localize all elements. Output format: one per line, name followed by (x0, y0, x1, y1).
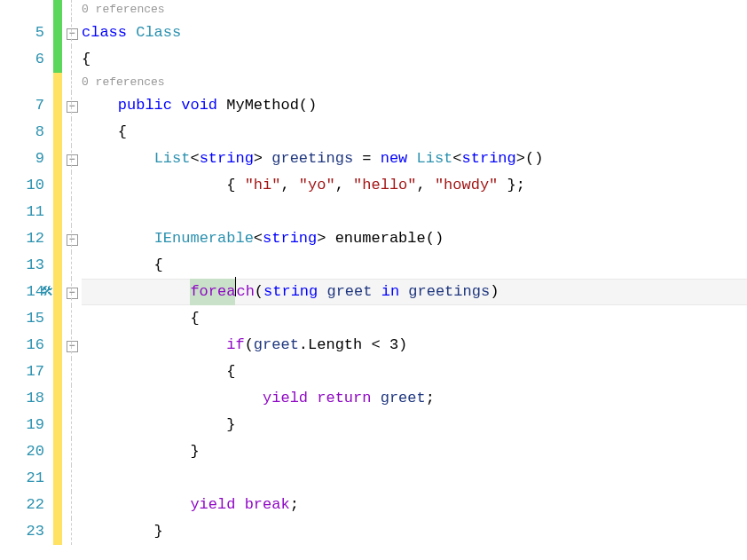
code-token: , (335, 172, 353, 199)
fold-gutter[interactable]: −−−−−− (62, 0, 82, 560)
line-number: 20 (0, 438, 44, 465)
line-number: 23 (0, 518, 44, 545)
code-token: ch (236, 279, 254, 305)
fold-toggle[interactable]: − (67, 28, 78, 40)
codelens-references[interactable]: 0 references (82, 0, 747, 20)
code-line[interactable]: yield return greet; (82, 385, 747, 412)
change-marker (53, 146, 62, 172)
code-token: string (200, 146, 254, 172)
code-line[interactable]: { (82, 46, 747, 73)
line-number: 9 (0, 146, 44, 172)
code-token: .Length < 3) (299, 332, 407, 359)
change-marker (53, 465, 62, 492)
code-token: >() (516, 146, 544, 172)
code-token (82, 225, 154, 252)
line-number: 14🛠 (0, 279, 44, 305)
code-token: = (353, 146, 381, 172)
code-line[interactable]: } (82, 438, 747, 465)
line-number: 15 (0, 305, 44, 332)
change-marker (53, 518, 62, 545)
code-line[interactable]: { (82, 252, 747, 279)
line-number: 6 (0, 46, 44, 73)
code-token: ( (255, 279, 263, 305)
change-marker (53, 46, 62, 73)
line-number: 19 (0, 412, 44, 438)
code-token (217, 92, 226, 119)
code-token: greet (381, 385, 426, 412)
code-token (399, 279, 408, 305)
fold-toggle[interactable]: − (67, 234, 78, 246)
change-marker (53, 359, 62, 385)
lightbulb-icon[interactable]: 🛠 (41, 279, 53, 305)
code-token (82, 385, 263, 412)
code-line[interactable]: { "hi", "yo", "hello", "howdy" }; (82, 172, 747, 199)
codelens-references[interactable]: 0 references (82, 73, 747, 92)
code-line[interactable]: { (82, 119, 747, 146)
code-token: yield (190, 492, 235, 518)
code-token: > (254, 146, 271, 172)
code-token: void (181, 92, 217, 119)
change-marker (53, 199, 62, 225)
code-token (82, 332, 226, 359)
code-token: { (82, 305, 200, 332)
code-token: < (190, 146, 199, 172)
change-marker (53, 225, 62, 252)
code-content[interactable]: 0 referencesclass Class{ 0 references pu… (82, 0, 747, 560)
change-marker (53, 252, 62, 279)
line-number: 11 (0, 199, 44, 225)
code-token: > (317, 225, 334, 252)
code-token: enumerable() (335, 225, 444, 252)
code-token: }; (498, 172, 525, 199)
change-marker (53, 119, 62, 146)
code-line[interactable] (82, 199, 747, 225)
change-marker (53, 305, 62, 332)
fold-toggle[interactable]: − (67, 101, 78, 113)
line-number: 21 (0, 465, 44, 492)
code-token: ; (290, 492, 299, 518)
code-token (82, 279, 190, 305)
code-token: greet (254, 332, 299, 359)
code-token (235, 492, 244, 518)
code-token: { (82, 252, 163, 279)
change-marker (53, 492, 62, 518)
code-line[interactable]: public void MyMethod() (82, 92, 747, 119)
code-line[interactable]: yield break; (82, 492, 747, 518)
change-marker (53, 412, 62, 438)
code-token: { (82, 46, 90, 73)
code-token: < (254, 225, 263, 252)
code-line[interactable]: class Class (82, 20, 747, 46)
code-token: yield (263, 385, 308, 412)
code-line[interactable]: { (82, 305, 747, 332)
code-token: greetings (271, 146, 353, 172)
code-token: , (417, 172, 435, 199)
change-marker (53, 20, 62, 46)
code-token: new (381, 146, 408, 172)
code-line[interactable]: } (82, 518, 747, 545)
change-marker (53, 279, 62, 305)
code-token: greetings (408, 279, 490, 305)
fold-toggle[interactable]: − (67, 154, 78, 166)
fold-toggle[interactable]: − (67, 341, 78, 352)
code-line[interactable] (82, 465, 747, 492)
code-line[interactable]: foreach(string greet in greetings) (82, 279, 747, 305)
code-token: break (245, 492, 290, 518)
code-line[interactable]: } (82, 412, 747, 438)
code-token (372, 279, 381, 305)
code-line[interactable]: if(greet.Length < 3) (82, 332, 747, 359)
code-token: List (417, 146, 453, 172)
code-token: class (82, 20, 127, 46)
code-token: , (280, 172, 298, 199)
fold-toggle[interactable]: − (67, 288, 78, 299)
text-cursor (235, 277, 236, 296)
code-line[interactable]: { (82, 359, 747, 385)
code-editor[interactable]: 567891011121314🛠151617181920212223 −−−−−… (0, 0, 747, 560)
code-line[interactable]: List<string> greetings = new List<string… (82, 146, 747, 172)
code-token: { (82, 172, 245, 199)
code-token: if (226, 332, 244, 359)
code-token: "hello" (353, 172, 416, 199)
code-token: MyMethod() (226, 92, 317, 119)
line-number: 7 (0, 92, 44, 119)
code-line[interactable]: IEnumerable<string> enumerable() (82, 225, 747, 252)
code-token: string (263, 225, 317, 252)
code-token (127, 20, 136, 46)
